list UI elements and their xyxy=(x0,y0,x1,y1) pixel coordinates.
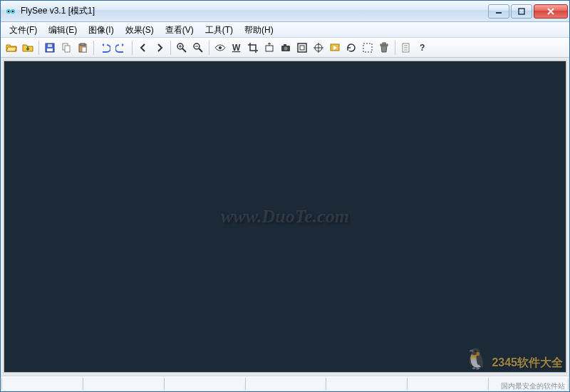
close-icon xyxy=(547,8,554,15)
toolbar: W ? xyxy=(1,38,569,58)
app-window: FlySee v3.1 [模式1] 文件(F) 编辑(E) 图像(I) 效果(S… xyxy=(0,0,570,392)
zoom-in-icon xyxy=(176,42,187,53)
undo-icon xyxy=(99,42,110,53)
fullscreen-button[interactable] xyxy=(294,40,310,56)
svg-rect-35 xyxy=(363,43,372,52)
status-panel-7: 国内最安全的软件站 xyxy=(488,378,569,390)
svg-rect-37 xyxy=(383,43,385,44)
svg-rect-30 xyxy=(300,46,304,50)
svg-line-21 xyxy=(199,48,202,52)
svg-rect-9 xyxy=(47,48,53,51)
zoom-out-icon xyxy=(192,42,204,53)
select-icon xyxy=(362,42,373,53)
rotate-icon xyxy=(346,42,357,53)
fullscreen-icon xyxy=(296,42,308,53)
arrow-left-icon xyxy=(138,42,149,53)
capture-button[interactable] xyxy=(261,40,277,56)
image-canvas[interactable]: www.DuoTe.com 🐧 2345软件大全 xyxy=(4,61,566,373)
menubar: 文件(F) 编辑(E) 图像(I) 效果(S) 查看(V) 工具(T) 帮助(H… xyxy=(1,22,569,38)
maximize-icon xyxy=(518,8,525,15)
next-button[interactable] xyxy=(152,40,167,56)
target-button[interactable] xyxy=(311,40,326,56)
redo-icon xyxy=(115,42,127,53)
folder-in-icon xyxy=(22,42,33,53)
status-panel-3 xyxy=(164,378,244,390)
svg-point-27 xyxy=(284,46,288,50)
paste-icon xyxy=(77,42,88,53)
svg-rect-25 xyxy=(266,46,273,51)
menu-help[interactable]: 帮助(H) xyxy=(239,22,279,37)
svg-rect-28 xyxy=(284,44,286,46)
collect-button[interactable] xyxy=(20,40,36,56)
trash-button[interactable] xyxy=(376,40,392,56)
separator xyxy=(209,41,209,55)
crop-icon xyxy=(247,42,259,53)
watermark-corner: 🐧 2345软件大全 xyxy=(464,347,563,371)
info-button[interactable] xyxy=(398,40,414,56)
close-button[interactable] xyxy=(534,4,568,19)
paste-button[interactable] xyxy=(75,40,90,56)
open-button[interactable] xyxy=(4,40,19,56)
select-button[interactable] xyxy=(360,40,375,56)
copy-icon xyxy=(61,42,72,53)
separator xyxy=(93,41,94,55)
camera-icon xyxy=(280,42,291,53)
menu-edit[interactable]: 编辑(E) xyxy=(43,22,83,37)
watermark-center: www.DuoTe.com xyxy=(221,206,349,227)
target-icon xyxy=(313,42,324,53)
eye-icon xyxy=(214,42,226,53)
statusbar: 国内最安全的软件站 xyxy=(1,376,569,391)
menu-file[interactable]: 文件(F) xyxy=(4,22,43,37)
save-button[interactable] xyxy=(42,40,58,56)
separator xyxy=(132,41,133,55)
wallpaper-icon: W xyxy=(231,42,242,53)
slideshow-icon xyxy=(329,42,341,53)
zoom-out-button[interactable] xyxy=(190,40,206,56)
whats-this-icon: ? xyxy=(417,42,428,53)
copy-button[interactable] xyxy=(58,40,74,56)
svg-point-3 xyxy=(12,11,14,12)
crop-button[interactable] xyxy=(245,40,261,56)
separator xyxy=(395,41,395,55)
app-icon xyxy=(5,6,16,17)
arrow-right-icon xyxy=(154,42,165,53)
minimize-icon xyxy=(495,8,502,15)
corner-brand: 2345软件大全 xyxy=(492,356,563,371)
minimize-button[interactable] xyxy=(488,4,509,19)
svg-rect-15 xyxy=(82,47,86,52)
menu-effect[interactable]: 效果(S) xyxy=(120,22,160,37)
camera-button[interactable] xyxy=(278,40,294,56)
titlebar[interactable]: FlySee v3.1 [模式1] xyxy=(1,1,569,22)
status-panel-4 xyxy=(245,378,325,390)
svg-line-17 xyxy=(182,48,186,52)
menu-image[interactable]: 图像(I) xyxy=(83,22,119,37)
redo-button[interactable] xyxy=(113,40,129,56)
whatsthis-button[interactable]: ? xyxy=(415,40,430,56)
status-panel-5 xyxy=(326,378,405,390)
prev-button[interactable] xyxy=(135,40,151,56)
status-panel-2 xyxy=(83,378,162,390)
menu-view[interactable]: 查看(V) xyxy=(160,22,200,37)
svg-rect-10 xyxy=(48,44,52,47)
status-panel-6 xyxy=(407,378,487,390)
maximize-button[interactable] xyxy=(511,4,532,19)
window-title: FlySee v3.1 [模式1] xyxy=(21,5,488,17)
status-panel-1 xyxy=(1,378,81,390)
open-icon xyxy=(6,42,17,53)
canvas-area: www.DuoTe.com 🐧 2345软件大全 xyxy=(1,58,569,376)
separator xyxy=(38,41,39,55)
wallpaper-button[interactable]: W xyxy=(229,40,244,56)
preview-button[interactable] xyxy=(212,40,228,56)
svg-point-23 xyxy=(219,46,222,49)
slideshow-button[interactable] xyxy=(327,40,343,56)
info-icon xyxy=(400,42,412,53)
menu-tools[interactable]: 工具(T) xyxy=(200,22,239,37)
trash-icon xyxy=(378,42,390,53)
save-icon xyxy=(44,42,56,53)
svg-rect-14 xyxy=(81,43,85,46)
mascot-icon: 🐧 xyxy=(464,347,489,371)
rotate-button[interactable] xyxy=(343,40,359,56)
svg-rect-29 xyxy=(298,43,306,52)
undo-button[interactable] xyxy=(97,40,113,56)
zoom-in-button[interactable] xyxy=(174,40,190,56)
